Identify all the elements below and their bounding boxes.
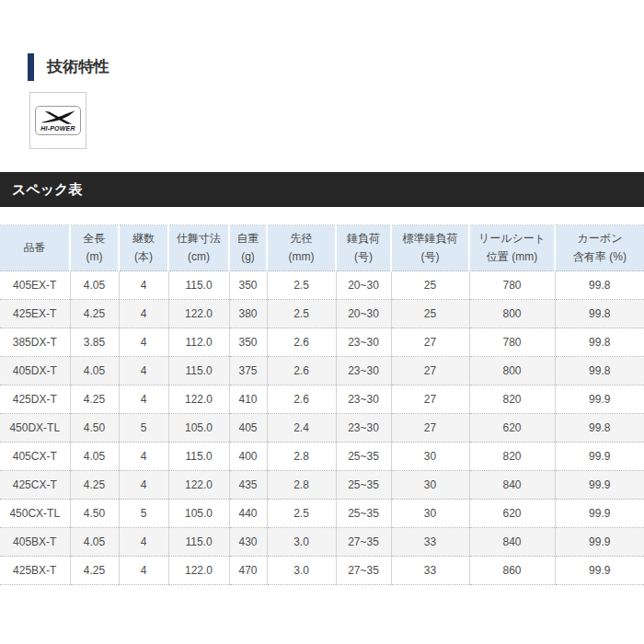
- table-row: 425CX-T4.254122.04352.825~353084099.9: [0, 471, 644, 500]
- table-cell: 4.25: [70, 471, 119, 500]
- table-cell: 25: [391, 271, 469, 300]
- table-row: 405CX-T4.054115.04002.825~353082099.9: [0, 443, 644, 471]
- table-cell: 99.8: [555, 300, 644, 328]
- column-header: 品番: [0, 225, 70, 271]
- hi-power-x-icon: [39, 110, 77, 124]
- model-number-cell: 405CX-T: [0, 443, 70, 471]
- hi-power-label: HI-POWER: [40, 125, 75, 132]
- table-cell: 33: [391, 528, 469, 557]
- hi-power-badge-inner: HI-POWER: [35, 106, 81, 135]
- model-number-cell: 405EX-T: [0, 271, 70, 300]
- product-spec-page: 技術特性 HI-POWER スペック表 品番全長 (m)継数 (本)仕舞寸法 (…: [0, 53, 644, 585]
- table-row: 405DX-T4.054115.03752.623~302780099.8: [0, 357, 644, 385]
- table-cell: 23~30: [336, 357, 391, 385]
- table-cell: 112.0: [168, 328, 229, 357]
- table-cell: 4.50: [70, 500, 119, 528]
- table-row: 405EX-T4.054115.03502.520~302578099.8: [0, 271, 644, 300]
- model-number-cell: 425CX-T: [0, 471, 70, 500]
- column-header: 自重 (g): [229, 225, 267, 271]
- table-cell: 4: [119, 300, 168, 328]
- table-row: 450DX-TL4.505105.04052.423~302762099.8: [0, 414, 644, 443]
- table-cell: 4: [119, 471, 168, 500]
- table-cell: 99.9: [555, 471, 644, 500]
- table-cell: 4: [119, 357, 168, 385]
- spec-table: 品番全長 (m)継数 (本)仕舞寸法 (cm)自重 (g)先径 (mm)錘負荷 …: [0, 224, 644, 585]
- table-cell: 4: [119, 328, 168, 357]
- table-cell: 4: [119, 271, 168, 300]
- table-row: 385DX-T3.854112.03502.623~302778099.8: [0, 328, 644, 357]
- column-header: 錘負荷 (号): [336, 225, 391, 271]
- table-row: 405BX-T4.054115.04303.027~353384099.9: [0, 528, 644, 557]
- table-cell: 5: [119, 500, 168, 528]
- table-cell: 25: [391, 300, 469, 328]
- table-cell: 4: [119, 385, 168, 414]
- table-cell: 30: [391, 443, 469, 471]
- spec-table-body: 405EX-T4.054115.03502.520~302578099.8425…: [0, 271, 644, 585]
- table-cell: 115.0: [168, 357, 229, 385]
- column-header: 全長 (m): [70, 225, 119, 271]
- table-row: 425EX-T4.254122.03802.520~302580099.8: [0, 300, 644, 328]
- table-cell: 440: [229, 500, 267, 528]
- hi-power-badge[interactable]: HI-POWER: [29, 92, 86, 149]
- table-cell: 4.50: [70, 414, 119, 443]
- model-number-cell: 405BX-T: [0, 528, 70, 557]
- table-row: 425BX-T4.254122.04703.027~353386099.9: [0, 557, 644, 585]
- table-cell: 410: [229, 385, 267, 414]
- table-cell: 3.85: [70, 328, 119, 357]
- table-cell: 30: [391, 471, 469, 500]
- table-cell: 122.0: [168, 385, 229, 414]
- spec-table-banner: スペック表: [0, 172, 644, 207]
- table-cell: 2.6: [267, 328, 336, 357]
- table-cell: 405: [229, 414, 267, 443]
- table-cell: 27: [391, 385, 469, 414]
- table-cell: 400: [229, 443, 267, 471]
- model-number-cell: 405DX-T: [0, 357, 70, 385]
- table-cell: 3.0: [267, 557, 336, 585]
- table-row: 450CX-TL4.505105.04402.525~353062099.9: [0, 500, 644, 528]
- table-cell: 840: [469, 528, 555, 557]
- table-cell: 4: [119, 528, 168, 557]
- table-cell: 470: [229, 557, 267, 585]
- table-cell: 115.0: [168, 271, 229, 300]
- column-header: 標準錘負荷 (号): [391, 225, 469, 271]
- model-number-cell: 425BX-T: [0, 557, 70, 585]
- table-cell: 2.8: [267, 471, 336, 500]
- table-cell: 4.05: [70, 271, 119, 300]
- table-cell: 820: [469, 385, 555, 414]
- table-cell: 3.0: [267, 528, 336, 557]
- table-cell: 99.9: [555, 557, 644, 585]
- table-cell: 30: [391, 500, 469, 528]
- table-cell: 27~35: [336, 557, 391, 585]
- table-cell: 99.8: [555, 271, 644, 300]
- spec-table-header-row: 品番全長 (m)継数 (本)仕舞寸法 (cm)自重 (g)先径 (mm)錘負荷 …: [0, 225, 644, 271]
- table-cell: 620: [469, 414, 555, 443]
- table-cell: 350: [229, 328, 267, 357]
- table-cell: 4: [119, 443, 168, 471]
- table-cell: 25~35: [336, 471, 391, 500]
- table-cell: 800: [469, 357, 555, 385]
- table-cell: 4.25: [70, 557, 119, 585]
- table-cell: 99.9: [555, 385, 644, 414]
- table-cell: 840: [469, 471, 555, 500]
- table-cell: 380: [229, 300, 267, 328]
- table-cell: 105.0: [168, 500, 229, 528]
- table-cell: 27: [391, 328, 469, 357]
- table-cell: 115.0: [168, 443, 229, 471]
- table-cell: 25~35: [336, 500, 391, 528]
- model-number-cell: 385DX-T: [0, 328, 70, 357]
- table-cell: 33: [391, 557, 469, 585]
- table-cell: 20~30: [336, 300, 391, 328]
- model-number-cell: 450CX-TL: [0, 500, 70, 528]
- table-cell: 105.0: [168, 414, 229, 443]
- table-cell: 99.9: [555, 528, 644, 557]
- table-cell: 2.4: [267, 414, 336, 443]
- column-header: 仕舞寸法 (cm): [168, 225, 229, 271]
- table-cell: 2.6: [267, 357, 336, 385]
- table-cell: 430: [229, 528, 267, 557]
- table-cell: 4.25: [70, 385, 119, 414]
- table-cell: 23~30: [336, 385, 391, 414]
- table-cell: 5: [119, 414, 168, 443]
- table-cell: 25~35: [336, 443, 391, 471]
- table-cell: 99.9: [555, 500, 644, 528]
- table-cell: 122.0: [168, 471, 229, 500]
